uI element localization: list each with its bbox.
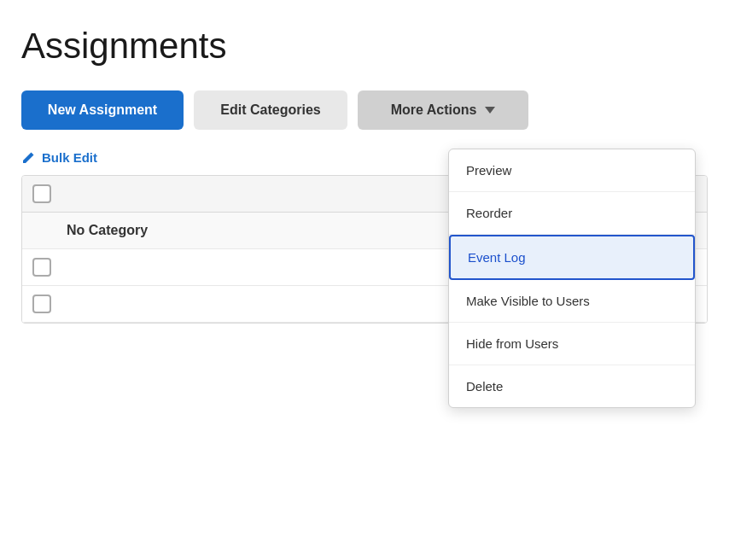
- row-checkbox-cell: [32, 295, 67, 313]
- row-checkbox-cell: [32, 258, 67, 277]
- chevron-down-icon: [485, 107, 495, 114]
- page-title: Assignments: [21, 26, 708, 67]
- more-actions-button[interactable]: More Actions: [358, 90, 528, 130]
- page-container: Assignments New Assignment Edit Categori…: [0, 0, 729, 349]
- row-checkbox[interactable]: [32, 258, 51, 277]
- dropdown-item-reorder[interactable]: Reorder: [449, 192, 695, 235]
- more-actions-dropdown: Preview Reorder Event Log Make Visible t…: [448, 149, 696, 408]
- row-checkbox[interactable]: [32, 295, 51, 313]
- header-checkbox-cell: [32, 184, 67, 203]
- dropdown-item-delete[interactable]: Delete: [449, 365, 695, 407]
- dropdown-item-preview[interactable]: Preview: [449, 149, 695, 192]
- toolbar: New Assignment Edit Categories More Acti…: [21, 90, 708, 130]
- dropdown-item-make-visible[interactable]: Make Visible to Users: [449, 280, 695, 323]
- new-assignment-button[interactable]: New Assignment: [21, 90, 184, 130]
- dropdown-item-event-log[interactable]: Event Log: [449, 235, 695, 280]
- bulk-edit-link[interactable]: Bulk Edit: [42, 150, 97, 165]
- edit-categories-button[interactable]: Edit Categories: [194, 90, 347, 130]
- dropdown-item-hide-from-users[interactable]: Hide from Users: [449, 323, 695, 365]
- select-all-checkbox[interactable]: [32, 184, 51, 203]
- pencil-icon: [21, 151, 35, 165]
- more-actions-label: More Actions: [391, 102, 477, 118]
